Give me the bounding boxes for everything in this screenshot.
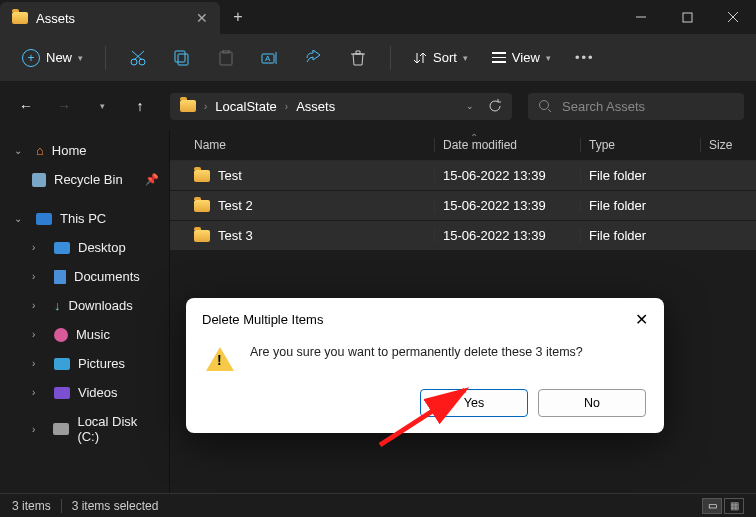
icons-view-button[interactable]: ▦ — [724, 498, 744, 514]
chevron-down-icon: ⌄ — [14, 145, 28, 156]
file-name: Test — [218, 168, 242, 183]
search-placeholder: Search Assets — [562, 99, 645, 114]
sort-button[interactable]: Sort ▾ — [403, 50, 478, 65]
svg-rect-10 — [220, 52, 232, 65]
sidebar-item-this-pc[interactable]: ⌄ This PC — [0, 204, 169, 233]
minimize-button[interactable] — [618, 0, 664, 34]
nav-row: ← → ▾ ↑ › LocalState › Assets ⌄ Search A… — [0, 82, 756, 130]
new-tab-button[interactable]: + — [220, 0, 256, 34]
clipboard-icon — [218, 50, 234, 66]
address-bar[interactable]: › LocalState › Assets ⌄ — [170, 93, 512, 120]
pc-icon — [36, 213, 52, 225]
delete-dialog: Delete Multiple Items ✕ Are you sure you… — [186, 298, 664, 433]
folder-icon — [194, 170, 210, 182]
copy-button[interactable] — [162, 41, 202, 75]
sidebar-label: Recycle Bin — [54, 172, 123, 187]
sidebar-item-music[interactable]: ›Music — [0, 320, 169, 349]
search-icon — [538, 99, 552, 113]
maximize-icon — [682, 12, 693, 23]
view-button[interactable]: View ▾ — [482, 50, 561, 65]
close-button[interactable] — [710, 0, 756, 34]
details-view-button[interactable]: ▭ — [702, 498, 722, 514]
back-button[interactable]: ← — [12, 92, 40, 120]
disk-icon — [53, 423, 69, 435]
svg-rect-8 — [178, 54, 188, 65]
sidebar-label: Videos — [78, 385, 118, 400]
more-button[interactable]: ••• — [565, 41, 605, 75]
svg-point-15 — [540, 101, 549, 110]
view-icon — [492, 52, 506, 63]
folder-icon — [194, 230, 210, 242]
up-button[interactable]: ↑ — [126, 92, 154, 120]
chevron-right-icon: › — [32, 424, 45, 435]
titlebar: Assets ✕ + — [0, 0, 756, 34]
share-button[interactable] — [294, 41, 334, 75]
scissors-icon — [129, 49, 147, 67]
dialog-message: Are you sure you want to permanently del… — [250, 345, 583, 359]
chevron-down-icon: ▾ — [100, 101, 105, 111]
sort-indicator-icon: ⌃ — [470, 132, 478, 143]
delete-button[interactable] — [338, 41, 378, 75]
column-date[interactable]: Date modified — [434, 138, 580, 152]
cut-button[interactable] — [118, 41, 158, 75]
chevron-right-icon: › — [32, 300, 46, 311]
file-date: 15-06-2022 13:39 — [434, 168, 580, 183]
file-row[interactable]: Test 15-06-2022 13:39 File folder — [170, 161, 756, 191]
chevron-right-icon: › — [32, 271, 46, 282]
chevron-down-icon[interactable]: ⌄ — [466, 101, 474, 111]
sidebar-item-documents[interactable]: ›Documents — [0, 262, 169, 291]
breadcrumb-item[interactable]: Assets — [296, 99, 335, 114]
folder-icon — [194, 200, 210, 212]
breadcrumb-item[interactable]: LocalState — [215, 99, 276, 114]
sidebar-item-pictures[interactable]: ›Pictures — [0, 349, 169, 378]
rename-button[interactable]: A — [250, 41, 290, 75]
sidebar-label: Pictures — [78, 356, 125, 371]
sidebar-item-home[interactable]: ⌄ ⌂ Home — [0, 136, 169, 165]
status-count: 3 items — [12, 499, 51, 513]
new-button[interactable]: + New ▾ — [12, 43, 93, 73]
videos-icon — [54, 387, 70, 399]
tab-assets[interactable]: Assets ✕ — [0, 2, 220, 34]
recent-button[interactable]: ▾ — [88, 92, 116, 120]
sidebar-item-local-disk[interactable]: ›Local Disk (C:) — [0, 407, 169, 451]
status-bar: 3 items 3 items selected ▭ ▦ — [0, 493, 756, 517]
sidebar-item-recycle-bin[interactable]: Recycle Bin 📌 — [0, 165, 169, 194]
folder-icon — [12, 12, 28, 24]
sidebar-item-videos[interactable]: ›Videos — [0, 378, 169, 407]
column-name[interactable]: Name — [184, 138, 434, 152]
downloads-icon: ↓ — [54, 298, 61, 313]
recycle-bin-icon — [32, 173, 46, 187]
file-row[interactable]: Test 3 15-06-2022 13:39 File folder — [170, 221, 756, 251]
sidebar-label: Desktop — [78, 240, 126, 255]
folder-icon — [180, 100, 196, 112]
file-type: File folder — [580, 228, 700, 243]
more-icon: ••• — [575, 50, 595, 65]
chevron-right-icon: › — [285, 101, 288, 112]
sidebar-item-desktop[interactable]: ›Desktop — [0, 233, 169, 262]
file-row[interactable]: Test 2 15-06-2022 13:39 File folder — [170, 191, 756, 221]
chevron-right-icon: › — [32, 387, 46, 398]
warning-icon — [206, 347, 234, 371]
sidebar-label: Local Disk (C:) — [77, 414, 159, 444]
search-input[interactable]: Search Assets — [528, 93, 744, 120]
sidebar-item-downloads[interactable]: ›↓Downloads — [0, 291, 169, 320]
separator — [390, 46, 391, 70]
dialog-close-button[interactable]: ✕ — [635, 310, 648, 329]
window-controls — [618, 0, 756, 34]
forward-button[interactable]: → — [50, 92, 78, 120]
trash-icon — [350, 50, 366, 66]
column-size[interactable]: Size — [700, 138, 742, 152]
column-type[interactable]: Type — [580, 138, 700, 152]
music-icon — [54, 328, 68, 342]
paste-button[interactable] — [206, 41, 246, 75]
no-button[interactable]: No — [538, 389, 646, 417]
separator — [105, 46, 106, 70]
maximize-button[interactable] — [664, 0, 710, 34]
tab-close-icon[interactable]: ✕ — [196, 10, 208, 26]
plus-icon: + — [22, 49, 40, 67]
yes-button[interactable]: Yes — [420, 389, 528, 417]
refresh-button[interactable] — [488, 99, 502, 113]
chevron-down-icon: ⌄ — [14, 213, 28, 224]
svg-line-16 — [548, 109, 551, 112]
tab-title: Assets — [36, 11, 75, 26]
